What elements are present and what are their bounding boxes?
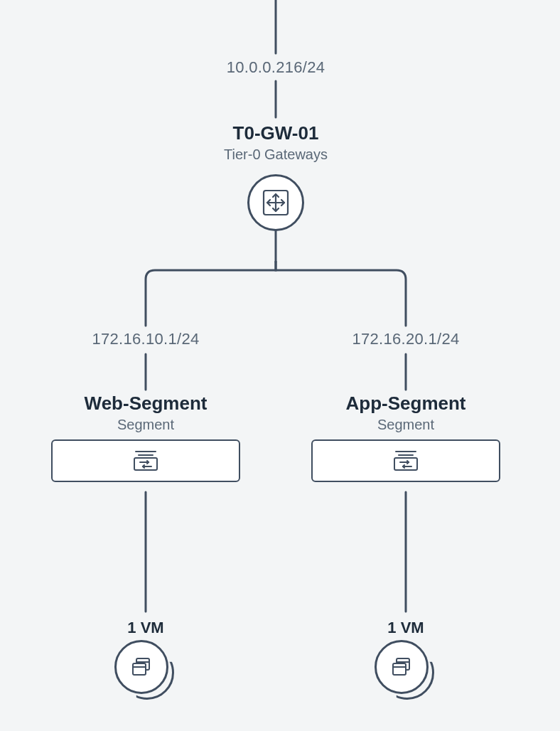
uplink-cidr-label: 10.0.0.216/24: [227, 58, 325, 77]
vm-group-node[interactable]: [114, 640, 171, 697]
gateway-type-label: Tier-0 Gateways: [224, 146, 328, 163]
gateway-name-label[interactable]: T0-GW-01: [233, 122, 319, 144]
network-topology-diagram: 10.0.0.216/24 T0-GW-01 Tier-0 Gateways 1…: [0, 0, 560, 731]
segment-name-label[interactable]: Web-Segment: [85, 393, 208, 415]
router-icon: [262, 189, 289, 216]
vm-stack-icon: [390, 656, 413, 678]
segment-type-label: Segment: [117, 417, 174, 433]
tier0-gateway-node[interactable]: [247, 174, 304, 231]
segment-type-label: Segment: [377, 417, 434, 433]
svg-rect-26: [393, 663, 406, 675]
vm-stack-icon: [130, 656, 153, 678]
segment-icon: [131, 449, 160, 472]
topology-connectors: [0, 0, 560, 731]
segment-cidr-label: 172.16.10.1/24: [92, 330, 199, 348]
svg-rect-17: [133, 663, 146, 675]
segment-node-app[interactable]: [311, 439, 500, 482]
vm-count-label: 1 VM: [127, 619, 163, 637]
segment-icon: [392, 449, 420, 472]
vm-count-label: 1 VM: [387, 619, 424, 637]
svg-rect-12: [134, 458, 157, 470]
svg-rect-21: [394, 458, 417, 470]
segment-name-label[interactable]: App-Segment: [346, 393, 466, 415]
segment-cidr-label: 172.16.20.1/24: [352, 330, 459, 348]
segment-node-web[interactable]: [51, 439, 240, 482]
vm-group-node[interactable]: [375, 640, 431, 697]
